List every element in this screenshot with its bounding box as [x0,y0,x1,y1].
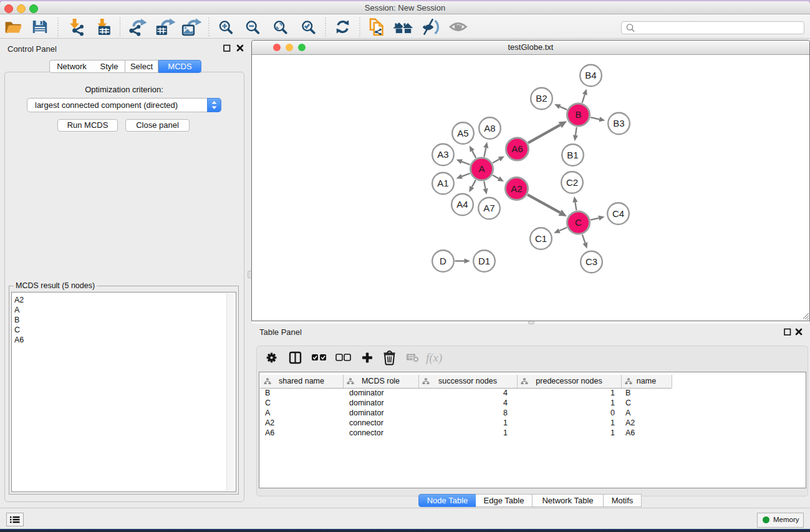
svg-text:A3: A3 [437,149,448,160]
svg-text:A: A [478,163,485,174]
svg-text:A1: A1 [437,178,448,188]
svg-text:C2: C2 [566,177,577,188]
svg-text:A6: A6 [511,143,523,154]
svg-text:B: B [575,109,581,120]
svg-text:A7: A7 [483,203,494,213]
svg-text:C3: C3 [585,256,597,267]
svg-text:A8: A8 [484,123,495,133]
svg-text:C1: C1 [534,233,546,244]
svg-text:B3: B3 [613,118,624,128]
svg-text:C: C [575,217,582,228]
svg-text:C4: C4 [612,208,624,219]
svg-text:B1: B1 [567,150,578,160]
svg-text:B4: B4 [585,70,596,80]
svg-text:A2: A2 [511,183,522,194]
svg-text:A4: A4 [456,199,468,210]
svg-text:A5: A5 [457,128,468,138]
svg-text:D: D [440,256,446,266]
svg-text:D1: D1 [478,256,489,266]
svg-text:f(x): f(x) [426,351,442,365]
svg-text:B2: B2 [536,93,547,104]
